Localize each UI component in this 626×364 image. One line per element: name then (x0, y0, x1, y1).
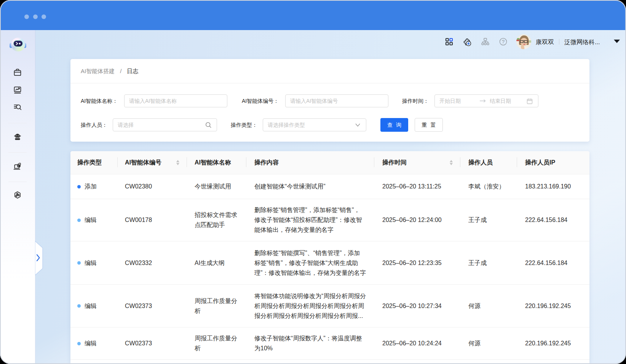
svg-text:?: ? (502, 39, 505, 45)
